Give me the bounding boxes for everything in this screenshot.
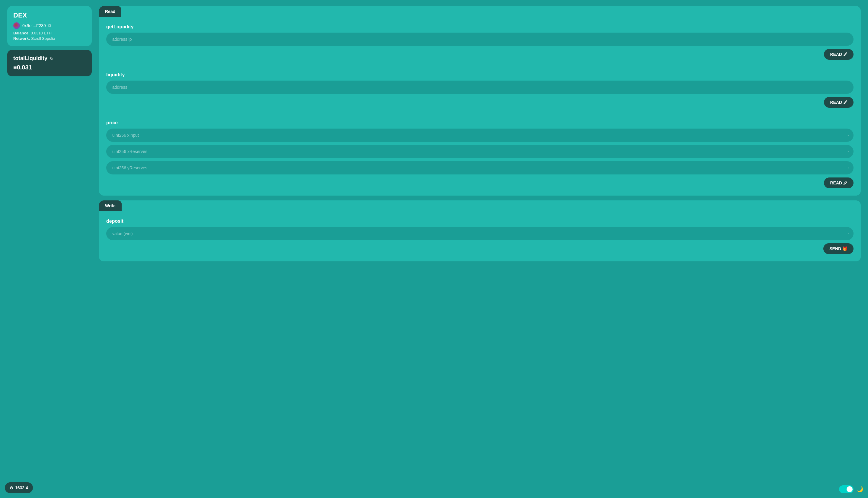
liquidity-card: totalLiquidity ↻ ≡0.031 — [7, 50, 92, 76]
fn-price-input-0[interactable] — [106, 129, 854, 142]
fn-liquidity-actions: READ 🖊 — [106, 97, 854, 108]
fn-price-dot-0: • — [847, 134, 849, 137]
fn-price-input-row-1: • — [106, 145, 854, 158]
fn-liquidity-input-row-0 — [106, 81, 854, 94]
fn-liquidity: liquidity READ 🖊 — [106, 72, 854, 114]
liquidity-title-row: totalLiquidity ↻ — [13, 55, 86, 62]
fn-getLiquidity-input-0[interactable] — [106, 32, 854, 46]
fn-price-input-1[interactable] — [106, 145, 854, 158]
bottom-counter-value: 1632.4 — [15, 485, 28, 490]
tab-bar-read: Read — [99, 6, 861, 17]
fn-deposit-actions: SEND 🎁 — [106, 243, 854, 254]
bottom-counter-icon: ⊙ — [10, 485, 13, 490]
main-content: Read getLiquidity READ 🖊 liquidity — [99, 6, 861, 492]
fn-getLiquidity-read-button[interactable]: READ 🖊 — [824, 49, 854, 60]
fn-deposit-input-row-0: • — [106, 227, 854, 240]
fn-liquidity-input-0[interactable] — [106, 81, 854, 94]
tab-read[interactable]: Read — [99, 6, 121, 17]
wallet-address: 0x9ef...F239 — [22, 23, 46, 28]
liquidity-title: totalLiquidity — [13, 55, 48, 62]
refresh-icon[interactable]: ↻ — [50, 56, 53, 61]
toggle-knob — [846, 486, 853, 492]
fn-price-dot-2: • — [847, 166, 849, 170]
sidebar: DEX 0x9ef...F239 ⧉ Balance: 0.0310 ETH N… — [7, 6, 92, 492]
copy-icon[interactable]: ⧉ — [48, 23, 51, 28]
fn-deposit-dot: • — [847, 232, 849, 235]
tab-bar-write: Write — [99, 200, 861, 211]
fn-price-input-row-0: • — [106, 129, 854, 142]
write-panel: Write deposit • SEND 🎁 — [99, 200, 861, 261]
read-tab-content: getLiquidity READ 🖊 liquidity — [99, 17, 861, 196]
fn-getLiquidity-name: getLiquidity — [106, 24, 854, 29]
wallet-address-row: 0x9ef...F239 ⧉ — [13, 22, 86, 29]
fn-liquidity-read-button[interactable]: READ 🖊 — [824, 97, 854, 108]
fn-liquidity-name: liquidity — [106, 72, 854, 78]
fn-deposit-send-button[interactable]: SEND 🎁 — [823, 243, 854, 254]
fn-getLiquidity-actions: READ 🖊 — [106, 49, 854, 60]
fn-price-dot-1: • — [847, 150, 849, 153]
fn-price: price • • • READ 🖊 — [106, 120, 854, 188]
fn-getLiquidity: getLiquidity READ 🖊 — [106, 24, 854, 66]
fn-getLiquidity-input-row-0 — [106, 32, 854, 46]
fn-price-actions: READ 🖊 — [106, 178, 854, 188]
wallet-card: DEX 0x9ef...F239 ⧉ Balance: 0.0310 ETH N… — [7, 6, 92, 46]
fn-price-name: price — [106, 120, 854, 126]
dex-title: DEX — [13, 12, 86, 19]
fn-price-input-2[interactable] — [106, 161, 854, 174]
wallet-avatar — [13, 22, 20, 29]
bottom-counter: ⊙ 1632.4 — [5, 482, 33, 493]
fn-deposit-input-0[interactable] — [106, 227, 854, 240]
dark-mode-toggle[interactable] — [839, 485, 854, 493]
fn-deposit: deposit • SEND 🎁 — [106, 219, 854, 254]
fn-deposit-name: deposit — [106, 219, 854, 224]
moon-icon[interactable]: 🌙 — [856, 486, 863, 493]
fn-price-read-button[interactable]: READ 🖊 — [824, 178, 854, 188]
read-panel: Read getLiquidity READ 🖊 liquidity — [99, 6, 861, 196]
liquidity-value: ≡0.031 — [13, 64, 86, 71]
wallet-balance: Balance: 0.0310 ETH — [13, 31, 86, 35]
dark-mode-bar: 🌙 — [839, 485, 863, 493]
write-tab-content: deposit • SEND 🎁 — [99, 211, 861, 261]
tab-write[interactable]: Write — [99, 200, 122, 211]
wallet-network: Network: Scroll Sepolia — [13, 36, 86, 41]
fn-price-input-row-2: • — [106, 161, 854, 174]
